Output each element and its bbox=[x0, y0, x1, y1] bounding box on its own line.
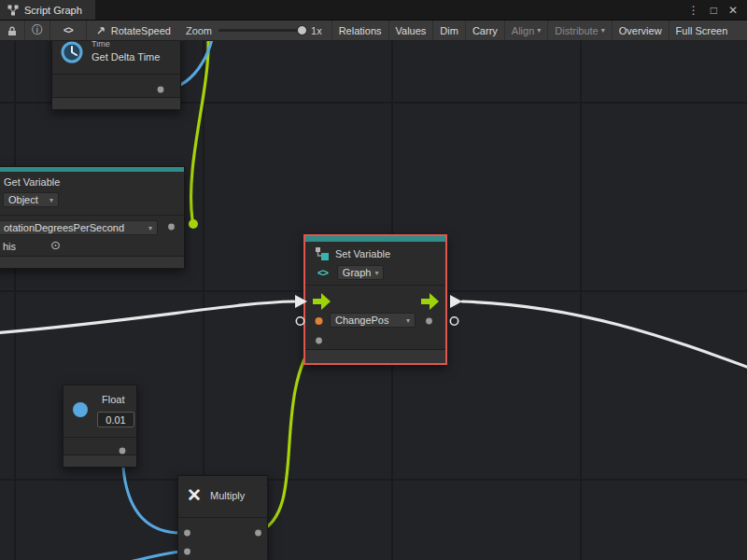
float-value-field[interactable]: 0.01 bbox=[97, 412, 134, 427]
node-title: Float bbox=[102, 394, 124, 405]
variable-target-label: his bbox=[3, 241, 16, 252]
variable-node-color-bar bbox=[0, 167, 184, 172]
chevron-down-icon: ▾ bbox=[601, 26, 605, 35]
toolbar-button-fullscreen[interactable]: Full Screen bbox=[669, 21, 735, 40]
lock-button[interactable] bbox=[0, 21, 25, 40]
variable-name-dropdown[interactable]: otationDegreesPerSecond ▾ bbox=[0, 220, 158, 235]
variable-name-row: ChangePos ▾ bbox=[305, 310, 445, 330]
multiply-icon: ✕ bbox=[187, 484, 202, 506]
chevron-down-icon: ▾ bbox=[406, 316, 410, 325]
node-multiply[interactable]: ✕ Multiply A A × B B bbox=[177, 475, 268, 560]
node-header: ✕ Multiply bbox=[178, 476, 267, 517]
node-title: Set Variable bbox=[335, 248, 390, 259]
node-title: Get Delta Time bbox=[92, 51, 160, 63]
variable-name-dropdown[interactable]: ChangePos ▾ bbox=[330, 313, 416, 328]
graph-name-label: RotateSpeed bbox=[111, 25, 171, 36]
variable-name-value: ChangePos bbox=[335, 315, 389, 326]
chevron-down-icon: ▾ bbox=[537, 26, 541, 35]
node-get-variable[interactable]: Get Variable Object ▾ otationDegreesPerS… bbox=[0, 166, 185, 269]
code-icon: <> bbox=[63, 25, 73, 35]
info-icon: ⓘ bbox=[32, 22, 43, 38]
chevron-down-icon: ▾ bbox=[374, 269, 378, 277]
graph-pointer-icon bbox=[96, 25, 106, 35]
variable-scope-dropdown[interactable]: Object ▾ bbox=[3, 192, 59, 207]
toolbar-button-overview[interactable]: Overview bbox=[612, 21, 669, 40]
toolbar-button-align[interactable]: Align ▾ bbox=[504, 21, 547, 40]
window-tab-bar: Script Graph ⋮ □ ✕ bbox=[0, 0, 747, 21]
variable-name-value: otationDegreesPerSecond bbox=[4, 222, 124, 233]
tab-script-graph[interactable]: Script Graph bbox=[0, 0, 95, 20]
zoom-control: Zoom 1x bbox=[180, 25, 328, 36]
zoom-value: 1x bbox=[311, 25, 322, 36]
edit-graph-button[interactable]: <> bbox=[50, 21, 87, 40]
node-footer bbox=[0, 256, 184, 268]
chevron-down-icon: ▾ bbox=[49, 196, 53, 204]
toolbar-button-values[interactable]: Values bbox=[388, 21, 433, 40]
set-variable-icon bbox=[315, 246, 330, 261]
zoom-slider-knob[interactable] bbox=[297, 25, 307, 35]
node-divider bbox=[0, 215, 184, 216]
float-type-icon bbox=[73, 402, 88, 417]
toolbar-button-carry[interactable]: Carry bbox=[465, 21, 504, 40]
window-close-button[interactable]: ✕ bbox=[728, 4, 738, 17]
node-divider bbox=[52, 74, 180, 75]
node-float-literal[interactable]: Float 0.01 bbox=[63, 385, 137, 468]
zoom-slider[interactable] bbox=[218, 29, 304, 32]
node-footer bbox=[63, 455, 136, 467]
variable-scope-dropdown[interactable]: Graph ▾ bbox=[337, 265, 385, 280]
tab-title: Script Graph bbox=[24, 5, 82, 16]
node-divider bbox=[63, 437, 136, 438]
toolbar-buttons: Relations Values Dim Carry Align ▾ Distr… bbox=[331, 21, 735, 40]
control-flow-row bbox=[305, 286, 445, 310]
node-header: Set Variable <> Graph ▾ bbox=[305, 242, 445, 285]
chevron-down-icon: ▾ bbox=[148, 224, 152, 232]
node-footer bbox=[305, 349, 445, 363]
graph-toolbar: ⓘ <> RotateSpeed Zoom 1x Relations Value… bbox=[0, 21, 747, 41]
node-divider bbox=[178, 517, 267, 518]
toolbar-button-relations[interactable]: Relations bbox=[331, 21, 388, 40]
node-footer bbox=[52, 97, 180, 109]
script-graph-icon bbox=[7, 5, 19, 16]
window-menu-button[interactable]: ⋮ bbox=[688, 4, 699, 17]
graph-variable-icon: <> bbox=[317, 267, 328, 278]
node-title: Multiply bbox=[210, 490, 245, 501]
clock-icon bbox=[60, 40, 84, 64]
value-port-row bbox=[305, 330, 445, 349]
node-set-variable-selected[interactable]: Set Variable <> Graph ▾ ChangePos ▾ bbox=[303, 234, 447, 365]
object-picker-icon[interactable]: ⊙ bbox=[50, 238, 61, 252]
graph-breadcrumb[interactable]: RotateSpeed bbox=[87, 25, 180, 36]
lock-icon bbox=[7, 25, 18, 36]
variable-scope-value: Object bbox=[8, 194, 38, 205]
node-title: Get Variable bbox=[4, 176, 60, 188]
inspect-button[interactable]: ⓘ bbox=[25, 21, 50, 40]
variable-scope-value: Graph bbox=[343, 267, 372, 278]
window-controls: ⋮ □ ✕ bbox=[688, 0, 747, 20]
zoom-label: Zoom bbox=[186, 25, 212, 36]
toolbar-button-distribute[interactable]: Distribute ▾ bbox=[547, 21, 611, 40]
toolbar-button-dim[interactable]: Dim bbox=[432, 21, 465, 40]
window-maximize-button[interactable]: □ bbox=[711, 4, 717, 17]
